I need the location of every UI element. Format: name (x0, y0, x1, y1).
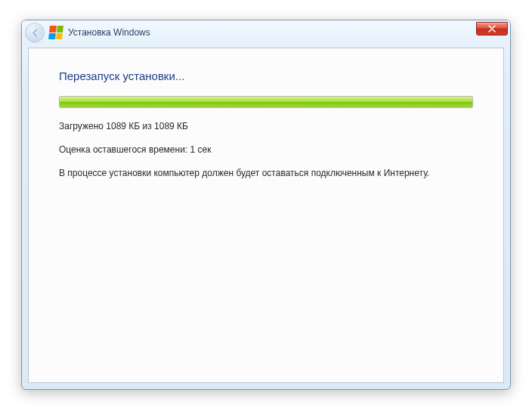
back-button (25, 23, 45, 42)
content-pane: Перезапуск установки... Загружено 1089 К… (28, 48, 504, 383)
download-status: Загружено 1089 КБ из 1089 КБ (59, 120, 473, 133)
titlebar[interactable]: Установка Windows (22, 20, 510, 45)
installer-window: Установка Windows Перезапуск установки..… (21, 20, 511, 390)
close-icon (488, 25, 496, 32)
windows-logo-icon (48, 26, 63, 39)
close-button[interactable] (476, 22, 508, 36)
back-arrow-icon (30, 28, 40, 38)
time-remaining: Оценка оставшегося времени: 1 сек (59, 144, 473, 156)
progress-fill (60, 97, 472, 107)
window-title: Установка Windows (68, 27, 150, 38)
page-heading: Перезапуск установки... (59, 70, 473, 82)
connection-note: В процессе установки компьютер должен бу… (59, 167, 473, 180)
progress-bar (59, 96, 473, 108)
